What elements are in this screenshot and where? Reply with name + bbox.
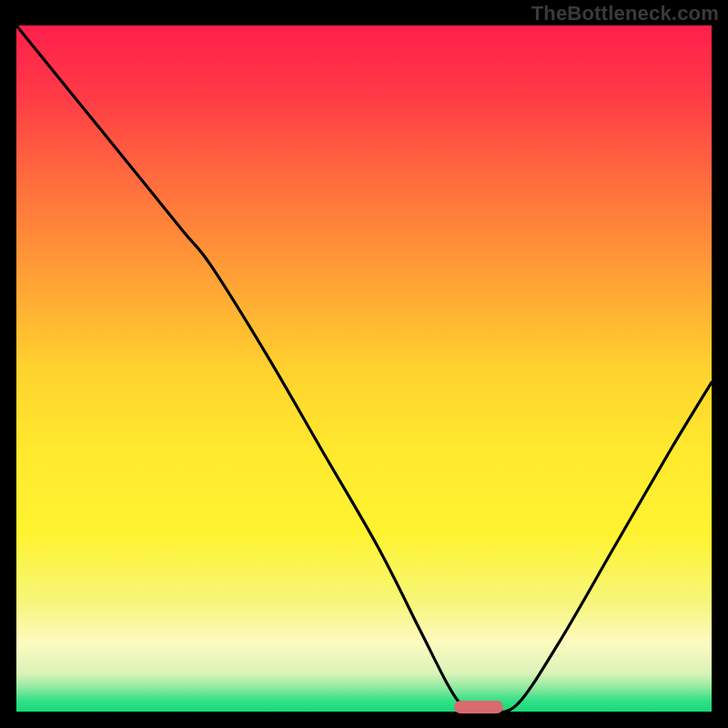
plot-area	[16, 25, 712, 712]
watermark-text: TheBottleneck.com	[531, 2, 719, 25]
background-gradient	[16, 25, 712, 712]
optimal-range-marker	[454, 701, 502, 713]
svg-rect-0	[16, 25, 712, 712]
chart-frame: TheBottleneck.com	[0, 0, 728, 728]
